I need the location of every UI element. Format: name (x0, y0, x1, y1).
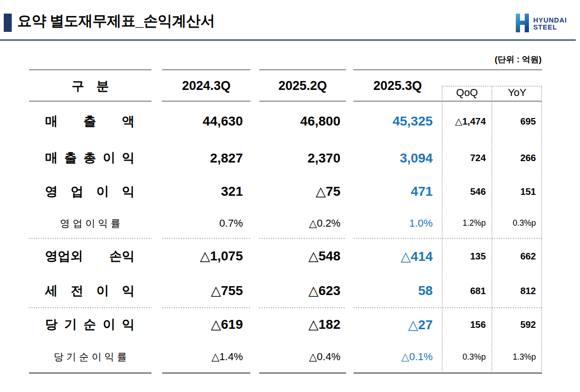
cell-2024-3q: 44,630 (162, 102, 250, 141)
cell-2025-3q: △27 (354, 317, 441, 333)
column-2025-2q: 2025.2Q 46,800 2,370 △75 △0.2% △548 △623… (259, 69, 346, 374)
cell-2025-2q: △548 (259, 238, 346, 274)
income-statement-table: 구 분 매 출 액 매 출 총 이 익 영 업 이 익 영업이익률 영업외 손익… (29, 69, 545, 375)
table-row: △27 156 592 (354, 308, 542, 341)
cell-2024-3q: △1.4% (162, 341, 250, 372)
cell-2024-3q: △1,075 (162, 238, 250, 274)
cell-yoy: 592 (490, 319, 542, 330)
rule (354, 372, 542, 374)
cell-2024-3q: △619 (162, 308, 250, 341)
row-label: 매 출 총 이 익 (29, 141, 151, 175)
title-rule (0, 39, 576, 41)
row-label: 영업이익률 (29, 208, 151, 238)
column-header-2024-3q: 2024.3Q (162, 70, 250, 102)
cell-2025-2q: △182 (259, 308, 346, 341)
logo-line2: STEEL (533, 24, 567, 31)
cell-qoq: 1.2%p (441, 218, 490, 228)
table-row: 45,325 △1,474 695 (354, 102, 542, 141)
row-label: 당기순이익률 (29, 341, 151, 372)
cell-2025-2q: △623 (259, 274, 346, 308)
cell-qoq: 546 (441, 186, 490, 197)
column-2024-3q: 2024.3Q 44,630 2,827 321 0.7% △1,075 △75… (162, 69, 250, 374)
cell-qoq: 0.3%p (441, 352, 490, 362)
cell-2025-3q: 45,325 (354, 114, 441, 129)
row-label: 세 전 이 익 (29, 274, 151, 308)
table-row: △0.1% 0.3%p 1.3%p (354, 341, 542, 372)
rule (162, 372, 250, 374)
unit-note: (단위 : 억원) (495, 54, 542, 65)
cell-qoq: 681 (441, 286, 490, 296)
financial-summary-slide: 요약 별도재무제표_손익계산서 HYUNDAI STEEL (단위 : 억원) (0, 0, 580, 392)
hyundai-h-icon (515, 14, 529, 34)
rule (259, 372, 346, 374)
cell-qoq: 724 (441, 153, 490, 163)
cell-2024-3q: 0.7% (162, 208, 250, 238)
cell-yoy: 151 (490, 186, 542, 197)
cell-yoy: 695 (490, 116, 542, 127)
cell-2025-2q: △75 (259, 175, 346, 208)
logo-wordmark: HYUNDAI STEEL (533, 17, 567, 31)
cell-yoy: 662 (490, 251, 542, 262)
column-2025-3q-group: QoQ YoY 2025.3Q 45,325 △1,474 695 3,094 … (354, 69, 542, 374)
table-row: 471 546 151 (354, 175, 542, 208)
cell-2024-3q: △755 (162, 274, 250, 308)
row-label: 매 출 액 (29, 102, 151, 141)
rule (29, 372, 151, 374)
cell-2025-3q: 3,094 (354, 151, 441, 166)
cell-qoq: 156 (441, 319, 490, 330)
page-title: 요약 별도재무제표_손익계산서 (17, 11, 215, 31)
cell-2025-3q: 471 (354, 184, 441, 199)
logo-line1: HYUNDAI (533, 17, 567, 24)
column-header-category: 구 분 (29, 70, 151, 102)
cell-yoy: 1.3%p (490, 352, 542, 362)
cell-2025-2q: △0.4% (259, 341, 346, 372)
cell-qoq: △1,474 (441, 116, 490, 127)
row-label: 영 업 이 익 (29, 175, 151, 208)
cell-2024-3q: 2,827 (162, 141, 250, 175)
cell-2025-2q: 46,800 (259, 102, 346, 141)
table-row: △414 135 662 (354, 238, 542, 274)
table-row: 58 681 812 (354, 274, 542, 308)
column-header-2025-3q: 2025.3Q (354, 70, 442, 102)
cell-2025-3q: 58 (354, 283, 441, 298)
cell-2025-3q: 1.0% (354, 217, 441, 229)
row-label: 당 기 순 이 익 (29, 308, 151, 341)
cell-yoy: 0.3%p (490, 218, 542, 228)
category-column: 구 분 매 출 액 매 출 총 이 익 영 업 이 익 영업이익률 영업외 손익… (29, 69, 151, 374)
table-row: 3,094 724 266 (354, 141, 542, 175)
row-label: 영업외 손익 (29, 238, 151, 274)
table-row: 1.0% 1.2%p 0.3%p (354, 208, 542, 238)
hyundai-steel-logo: HYUNDAI STEEL (515, 14, 567, 34)
title-accent-bar (4, 14, 12, 32)
cell-yoy: 266 (490, 153, 542, 163)
cell-qoq: 135 (441, 251, 490, 262)
cell-2025-2q: △0.2% (259, 208, 346, 238)
cell-2025-3q: △414 (354, 249, 441, 264)
cell-2024-3q: 321 (162, 175, 250, 208)
column-header-2025-2q: 2025.2Q (259, 70, 346, 102)
cell-yoy: 812 (490, 286, 542, 296)
cell-2025-3q: △0.1% (354, 351, 441, 363)
cell-2025-2q: 2,370 (259, 141, 346, 175)
